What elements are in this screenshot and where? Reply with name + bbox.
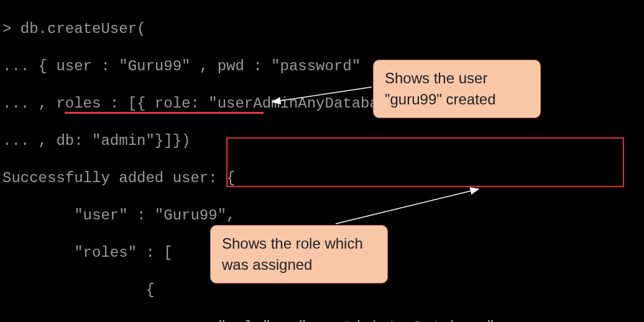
code-line: "role" : "userAdminAnyDatabase", — [2, 318, 644, 322]
highlight-underline — [65, 112, 264, 114]
callout-user-created: Shows the user "guru99" created — [373, 60, 541, 118]
code-line: "user" : "Guru99", — [2, 206, 644, 225]
code-line: ... { user : "Guru99" , pwd : "password" — [2, 57, 644, 76]
code-line: > db.createUser( — [2, 20, 644, 39]
code-line: { — [2, 281, 644, 300]
highlight-box — [226, 137, 624, 187]
code-line: ... , roles : [{ role: "userAdminAnyData… — [2, 94, 644, 113]
callout-role-assigned: Shows the role which was assigned — [210, 225, 388, 283]
